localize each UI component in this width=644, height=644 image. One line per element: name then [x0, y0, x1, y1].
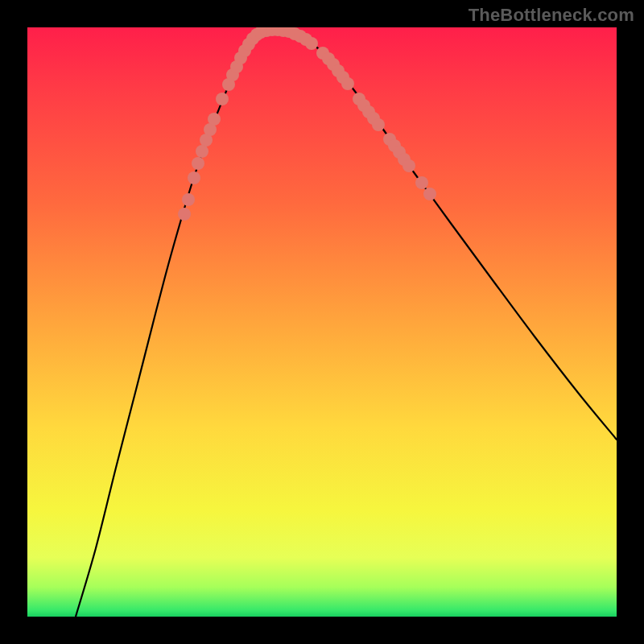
v-curve-line [76, 30, 617, 617]
plot-area [27, 27, 617, 617]
highlight-dot [305, 37, 318, 50]
highlight-dot [178, 208, 191, 221]
highlight-dot [415, 176, 428, 189]
highlight-dot [182, 193, 195, 206]
chart-svg [27, 27, 617, 617]
highlight-dot [196, 145, 208, 158]
highlight-dot [216, 93, 229, 105]
highlight-dot [402, 159, 415, 172]
highlight-dot [208, 113, 221, 126]
chart-frame: TheBottleneck.com [0, 0, 644, 644]
highlight-dot [188, 171, 200, 184]
highlight-dot [192, 157, 204, 170]
highlight-dot [423, 188, 436, 200]
highlight-dots-group [178, 27, 436, 221]
highlight-dot [341, 77, 354, 90]
highlight-dot [372, 118, 385, 131]
attribution-label: TheBottleneck.com [469, 5, 634, 26]
